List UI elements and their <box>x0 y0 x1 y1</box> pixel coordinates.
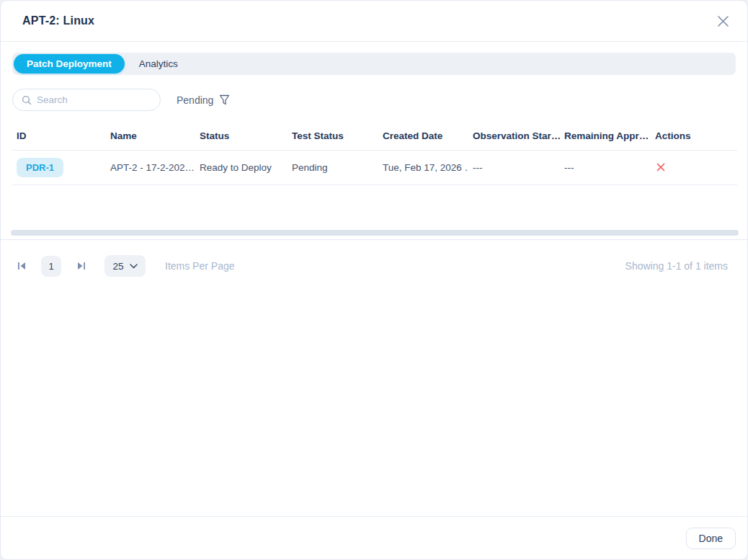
column-header-remaining-approvals: Remaining Appr… <box>560 125 651 151</box>
search-box[interactable] <box>12 89 161 111</box>
pagination-bar: 1 25 Items Per Page Showing 1-1 of 1 ite… <box>12 252 736 280</box>
showing-items-text: Showing 1-1 of 1 items <box>625 260 728 272</box>
tab-patch-deployment[interactable]: Patch Deployment <box>14 54 125 74</box>
search-input[interactable] <box>37 94 151 105</box>
items-per-page-label: Items Per Page <box>165 260 235 272</box>
cell-observation-start: --- <box>468 151 560 185</box>
last-page-button[interactable] <box>71 257 90 275</box>
page-number-button[interactable]: 1 <box>41 256 61 277</box>
cell-id: PDR-1 <box>12 151 106 185</box>
toolbar: Pending <box>12 89 736 111</box>
first-page-button[interactable] <box>12 257 31 275</box>
cell-actions <box>651 151 737 185</box>
pagination-divider <box>1 239 747 240</box>
search-icon <box>22 95 32 105</box>
patch-deployment-modal: APT-2: Linux Patch Deployment Analytics <box>0 0 748 560</box>
close-icon[interactable] <box>714 12 731 30</box>
column-header-observation-start: Observation Star… <box>468 125 560 151</box>
cell-name: APT-2 - 17-2-202… <box>106 151 195 185</box>
done-button[interactable]: Done <box>686 528 736 549</box>
tab-analytics[interactable]: Analytics <box>126 54 191 74</box>
column-header-id: ID <box>12 125 106 151</box>
cell-test-status: Pending <box>288 151 378 185</box>
table-header-row: ID Name Status Test Status Created Date … <box>12 125 737 151</box>
column-header-test-status: Test Status <box>288 125 378 151</box>
tab-bar: Patch Deployment Analytics <box>12 53 736 75</box>
column-header-created-date: Created Date <box>378 125 468 151</box>
column-header-status: Status <box>195 125 288 151</box>
modal-body: Patch Deployment Analytics Pending <box>1 42 747 516</box>
modal-footer: Done <box>1 516 747 559</box>
delete-x-icon[interactable] <box>655 161 667 173</box>
funnel-icon[interactable] <box>219 94 230 106</box>
id-badge[interactable]: PDR-1 <box>17 158 63 177</box>
horizontal-scrollbar[interactable] <box>11 230 739 236</box>
cell-status: Ready to Deploy <box>195 151 288 185</box>
filter-value-label: Pending <box>177 94 213 106</box>
column-header-actions: Actions <box>651 125 737 151</box>
table-row: PDR-1 APT-2 - 17-2-202… Ready to Deploy … <box>12 151 737 185</box>
cell-remaining-approvals: --- <box>560 151 651 185</box>
patch-deployment-table: ID Name Status Test Status Created Date … <box>12 125 737 185</box>
filter-group[interactable]: Pending <box>177 94 230 106</box>
items-per-page-select[interactable]: 25 <box>104 255 146 277</box>
cell-created-date: Tue, Feb 17, 2026 … <box>378 151 468 185</box>
table-empty-space <box>12 185 736 230</box>
page-title: APT-2: Linux <box>22 14 94 27</box>
column-header-name: Name <box>106 125 195 151</box>
chevron-down-icon <box>130 264 138 269</box>
modal-header: APT-2: Linux <box>1 1 747 42</box>
items-per-page-value: 25 <box>112 261 123 272</box>
